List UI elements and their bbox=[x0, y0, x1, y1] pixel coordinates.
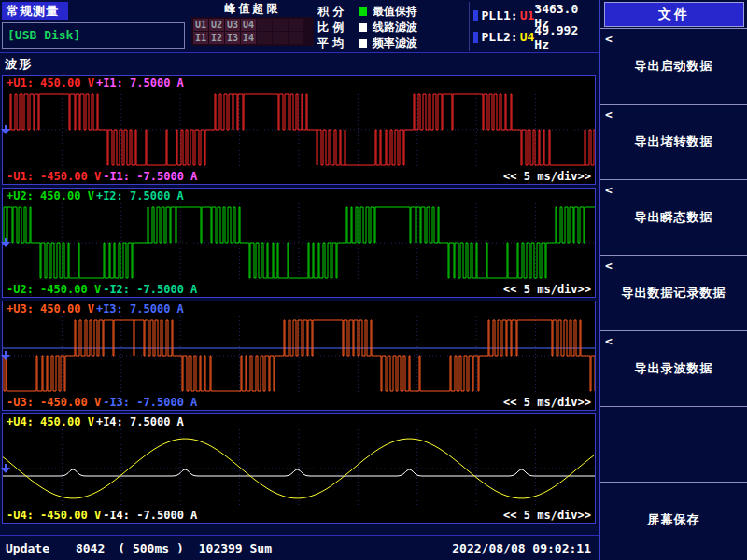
channel3-i-plus-range: +I3: 7.5000 A bbox=[96, 302, 184, 315]
peak-tile-empty bbox=[273, 32, 288, 44]
peak-tile-i4: I4 bbox=[241, 32, 256, 44]
channel4-i-plus-range: +I4: 7.5000 A bbox=[96, 415, 184, 428]
waveform-plot-ch2 bbox=[3, 203, 595, 282]
left-chevron-icon: < bbox=[605, 183, 613, 197]
channel2-bottom-labels: -U2: -450.00 V -I2: -7.5000 A << 5 ms/di… bbox=[3, 282, 595, 297]
channel4-u-plus-range: +U4: 450.00 V bbox=[7, 415, 94, 428]
waveform-panel-ch3: +U3: 450.00 V +I3: 7.5000 A -U3: -450.00… bbox=[2, 301, 596, 411]
channel3-i-minus-range: -I3: -7.5000 A bbox=[103, 396, 197, 409]
pll2-frequency: 49.992 Hz bbox=[534, 23, 594, 51]
option-label-max-hold: 最值保持 bbox=[373, 4, 417, 20]
peak-row-voltage: U1 U2 U3 U4 bbox=[193, 19, 313, 31]
mode-tab[interactable]: 常规测量 bbox=[2, 2, 68, 20]
peak-tile-u4: U4 bbox=[241, 19, 256, 31]
left-chevron-icon: < bbox=[605, 334, 613, 348]
peak-tile-empty bbox=[257, 19, 272, 31]
update-count: 8042 bbox=[76, 541, 105, 555]
menu-button-export-record-data[interactable]: < 导出录波数据 bbox=[600, 330, 747, 406]
option-label-scaling: 比 例 bbox=[317, 20, 355, 35]
channel3-u-plus-range: +U3: 450.00 V bbox=[7, 302, 94, 315]
time-per-div-ch1: << 5 ms/div>> bbox=[503, 170, 591, 183]
peak-tile-i3: I3 bbox=[225, 32, 240, 44]
peak-indicator-grid: U1 U2 U3 U4 I1 I2 I3 I4 bbox=[191, 17, 314, 46]
peak-tile-i2: I2 bbox=[209, 32, 224, 44]
channel3-top-labels: +U3: 450.00 V +I3: 7.5000 A bbox=[3, 301, 595, 316]
menu-title-file[interactable]: 文件 bbox=[604, 2, 744, 27]
pll-status-panel: PLL1: U1 3463.0 Hz PLL2: U4 49.992 Hz bbox=[469, 2, 596, 51]
status-bar: Update 8042 ( 500ms ) 102399 Sum 2022/08… bbox=[0, 535, 599, 560]
peak-over-limit-title: 峰值超限 bbox=[191, 1, 314, 17]
analyzer-screen: 常规测量 [USB Disk] 峰值超限 U1 U2 U3 U4 I1 I2 bbox=[0, 0, 747, 560]
option-row-averaging: 平 均 频率滤波 bbox=[317, 35, 417, 50]
peak-tile-u3: U3 bbox=[225, 19, 240, 31]
channel4-bottom-labels: -U4: -450.00 V -I4: -7.5000 A << 5 ms/di… bbox=[3, 508, 595, 523]
waveform-panel-ch2: +U2: 450.00 V +I2: 7.5000 A -U2: -450.00… bbox=[2, 188, 596, 298]
checkbox-max-hold[interactable] bbox=[359, 7, 367, 16]
update-label: Update bbox=[6, 541, 49, 555]
left-chevron-icon: < bbox=[605, 259, 613, 273]
pll2-row: PLL2: U4 49.992 Hz bbox=[473, 26, 594, 48]
pll2-channel: U4 bbox=[520, 30, 535, 44]
peak-tile-u2: U2 bbox=[209, 19, 224, 31]
peak-tile-empty bbox=[289, 32, 303, 44]
waveform-panel-ch4: +U4: 450.00 V +I4: 7.5000 A -U4: -450.00… bbox=[2, 413, 596, 524]
channel2-u-minus-range: -U2: -450.00 V bbox=[7, 283, 101, 296]
peak-tile-u1: U1 bbox=[193, 19, 208, 31]
zero-marker-icon-ch2 bbox=[1, 238, 10, 247]
channel1-u-minus-range: -U1: -450.00 V bbox=[7, 170, 101, 183]
sidebar-menu: 文件 < 导出启动数据 < 导出堵转数据 < 导出瞬态数据 < 导出数据记录数据… bbox=[599, 0, 747, 560]
channel3-u-minus-range: -U3: -450.00 V bbox=[7, 396, 101, 409]
zero-marker-icon-ch4 bbox=[1, 464, 10, 473]
channel2-i-minus-range: -I2: -7.5000 A bbox=[103, 283, 197, 296]
option-row-integration: 积 分 最值保持 bbox=[317, 4, 417, 19]
time-per-div-ch2: << 5 ms/div>> bbox=[503, 283, 591, 296]
channel3-bottom-labels: -U3: -450.00 V -I3: -7.5000 A << 5 ms/di… bbox=[3, 395, 595, 410]
measurement-options: 积 分 最值保持 比 例 线路滤波 平 均 频率滤波 bbox=[317, 4, 417, 51]
menu-button-export-startup-data[interactable]: < 导出启动数据 bbox=[600, 28, 747, 104]
channel4-i-minus-range: -I4: -7.5000 A bbox=[103, 509, 197, 522]
channel1-bottom-labels: -U1: -450.00 V -I1: -7.5000 A << 5 ms/di… bbox=[3, 169, 595, 184]
datetime: 2022/08/08 09:02:11 bbox=[452, 541, 593, 555]
channel-bullet-icon bbox=[473, 32, 478, 43]
channel-bullet-icon bbox=[473, 10, 478, 21]
zero-marker-icon-ch3 bbox=[1, 351, 10, 360]
channel1-i-minus-range: -I1: -7.5000 A bbox=[103, 170, 197, 183]
time-per-div-ch4: << 5 ms/div>> bbox=[503, 509, 591, 522]
checkbox-line-filter[interactable] bbox=[359, 23, 367, 32]
update-interval: ( 500ms ) bbox=[118, 541, 183, 555]
header-bar: 常规测量 [USB Disk] 峰值超限 U1 U2 U3 U4 I1 I2 bbox=[0, 0, 599, 53]
waveform-plot-ch4 bbox=[3, 429, 595, 508]
peak-tile-empty bbox=[257, 32, 272, 44]
peak-tile-empty bbox=[273, 19, 288, 31]
waveform-section-label: 波形 bbox=[5, 56, 33, 73]
zero-marker-icon-ch1 bbox=[1, 125, 10, 134]
time-per-div-ch3: << 5 ms/div>> bbox=[503, 396, 591, 409]
peak-over-limit-panel: 峰值超限 U1 U2 U3 U4 I1 I2 I3 I4 bbox=[191, 1, 314, 46]
left-chevron-icon: < bbox=[605, 107, 613, 121]
peak-tile-i1: I1 bbox=[193, 32, 208, 44]
pll1-label: PLL1: bbox=[482, 8, 518, 22]
usb-status-label: [USB Disk] bbox=[7, 28, 80, 42]
sum-count: 102399 Sum bbox=[199, 541, 272, 555]
channel2-top-labels: +U2: 450.00 V +I2: 7.5000 A bbox=[3, 189, 595, 203]
usb-status: [USB Disk] bbox=[2, 22, 185, 49]
checkbox-frequency-filter[interactable] bbox=[359, 39, 367, 48]
menu-button-export-transient-data[interactable]: < 导出瞬态数据 bbox=[600, 179, 747, 255]
pll1-channel: U1 bbox=[520, 8, 535, 22]
channel2-i-plus-range: +I2: 7.5000 A bbox=[96, 189, 184, 203]
channel4-top-labels: +U4: 450.00 V +I4: 7.5000 A bbox=[3, 414, 595, 429]
option-label-line-filter: 线路滤波 bbox=[373, 20, 417, 35]
menu-button-screen-save[interactable]: 屏幕保存 bbox=[600, 482, 747, 557]
option-label-averaging: 平 均 bbox=[317, 35, 355, 51]
menu-button-export-stall-data[interactable]: < 导出堵转数据 bbox=[600, 104, 747, 179]
channel2-u-plus-range: +U2: 450.00 V bbox=[7, 189, 94, 203]
option-label-integration: 积 分 bbox=[317, 4, 355, 20]
channel1-top-labels: +U1: 450.00 V +I1: 7.5000 A bbox=[3, 76, 595, 91]
waveform-plot-ch1 bbox=[3, 91, 595, 169]
waveform-plot-ch3 bbox=[3, 316, 595, 395]
pll2-label: PLL2: bbox=[482, 30, 518, 44]
peak-tile-empty bbox=[289, 19, 303, 31]
channel1-i-plus-range: +I1: 7.5000 A bbox=[96, 77, 184, 90]
waveform-panel-ch1: +U1: 450.00 V +I1: 7.5000 A -U1: -450.00… bbox=[2, 75, 596, 185]
menu-button-export-datalog-data[interactable]: < 导出数据记录数据 bbox=[600, 255, 747, 330]
